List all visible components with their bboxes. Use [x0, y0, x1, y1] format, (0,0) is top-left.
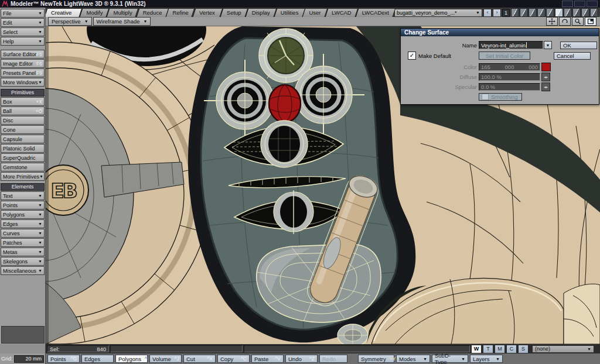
status-field-3 — [244, 345, 470, 352]
tab-lwcad[interactable]: LWCAD — [326, 8, 357, 17]
vmap-mode-texture[interactable]: T — [483, 345, 493, 353]
file-menu[interactable]: File▼ — [1, 9, 45, 18]
subd-type-dropdown[interactable]: SubD-Type▼ — [432, 355, 468, 363]
platonic-solid-button[interactable]: Platonic Solid — [1, 144, 45, 153]
maximize-view-icon[interactable] — [585, 17, 596, 26]
tab-multiply[interactable]: Multiply — [108, 8, 137, 17]
volume-mode-button[interactable]: Volume^J — [149, 355, 182, 363]
bugatti-eb-logo: EB — [50, 179, 76, 202]
elements-header: Elements — [1, 183, 45, 191]
surface-editor-button[interactable]: Surface EditorF5 — [1, 50, 45, 59]
patches-menu[interactable]: Patches▼ — [1, 238, 45, 247]
chevron-down-icon: ▼ — [38, 269, 42, 273]
ok-button[interactable]: OK — [560, 42, 597, 49]
paste-button[interactable]: Paste^V — [251, 355, 284, 363]
view-type-dropdown[interactable]: Perspective▼ — [48, 17, 92, 26]
tab-modify[interactable]: Modify — [81, 8, 108, 17]
maximize-button[interactable] — [574, 1, 585, 7]
cone-tool-button[interactable]: Cone — [1, 125, 45, 134]
layer-cell[interactable] — [511, 8, 519, 17]
points-menu[interactable]: Points▼ — [1, 201, 45, 210]
chevron-down-icon: ▼ — [38, 241, 42, 245]
miscellaneous-menu[interactable]: Miscellaneous▼ — [1, 266, 45, 275]
more-primitives-button[interactable]: More Primitives▼ — [1, 172, 45, 181]
cut-button[interactable]: Cut^X — [183, 355, 216, 363]
edges-mode-button[interactable]: Edges — [81, 355, 114, 363]
tab-vertex-maps[interactable]: Vertex Maps — [194, 8, 221, 17]
status-bar: Sel:840 W T M C S (none)▼ — [0, 344, 600, 353]
chevron-down-icon: ▼ — [587, 347, 591, 351]
tab-refine[interactable]: Refine — [167, 8, 193, 17]
symmetry-toggle[interactable]: Symmetry+Y — [358, 355, 394, 363]
title-bar: Modeler™ NewTek LightWave 3D ® 9.3.1 (Wi… — [0, 0, 600, 8]
help-menu[interactable]: Help▼ — [1, 37, 45, 46]
layers-dropdown[interactable]: Layers▼ — [470, 355, 503, 363]
layer-cell[interactable] — [581, 8, 589, 17]
next-object-button[interactable]: › — [493, 9, 501, 17]
metas-menu[interactable]: Metas▼ — [1, 248, 45, 256]
undo-button[interactable]: Undo^Z — [285, 355, 318, 363]
capsule-tool-button[interactable]: Capsule — [1, 135, 45, 143]
vmap-selector[interactable]: (none)▼ — [532, 345, 594, 353]
gemstone-button[interactable]: Gemstone — [1, 163, 45, 171]
skelegons-menu[interactable]: Skelegons▼ — [1, 257, 45, 266]
layer-cell[interactable] — [546, 8, 554, 17]
pan-view-icon[interactable] — [546, 17, 558, 26]
cancel-button[interactable]: Cancel — [554, 52, 591, 60]
polygons-mode-button[interactable]: Polygons^H — [115, 355, 148, 363]
tab-display[interactable]: Display — [247, 8, 275, 17]
select-menu[interactable]: Select▼ — [1, 28, 45, 36]
surface-name-input[interactable]: Veyron-int_alumin — [479, 41, 543, 49]
diffuse-stepper: ◂▸ — [541, 73, 550, 81]
more-windows-button[interactable]: More Windows▼ — [1, 78, 45, 87]
curves-menu[interactable]: Curves▼ — [1, 229, 45, 238]
color-swatch[interactable] — [541, 63, 551, 71]
box-tool-button[interactable]: Box+X — [1, 97, 45, 106]
ball-tool-button[interactable]: Ball+O — [1, 107, 45, 115]
polygons-menu[interactable]: Polygons▼ — [1, 210, 45, 219]
tab-lwcadext[interactable]: LWCADext — [357, 8, 394, 17]
tab-reduce[interactable]: Reduce — [138, 8, 168, 17]
close-button[interactable] — [587, 1, 598, 7]
layer-cell[interactable] — [520, 8, 528, 17]
zoom-view-icon[interactable] — [572, 17, 584, 26]
make-default-checkbox[interactable]: ✓ Make Default — [408, 51, 470, 60]
layer-cell[interactable] — [572, 8, 581, 17]
layer-cell[interactable] — [529, 8, 537, 17]
modeler-window: Modeler™ NewTek LightWave 3D ® 9.3.1 (Wi… — [0, 0, 600, 364]
points-mode-button[interactable]: Points^G — [47, 355, 80, 363]
render-mode-dropdown[interactable]: Wireframe Shade▼ — [93, 17, 151, 26]
tab-utilities[interactable]: Utilities — [275, 8, 304, 17]
superquadric-button[interactable]: SuperQuadric — [1, 153, 45, 162]
vmap-mode-selection[interactable]: S — [518, 345, 529, 353]
object-selector[interactable]: bugatti_veyron_demo_...*▼ — [394, 9, 482, 17]
edges-menu[interactable]: Edges▼ — [1, 219, 45, 228]
edit-menu[interactable]: Edit▼ — [1, 18, 45, 27]
layer-bank — [511, 8, 598, 17]
surface-name-dropdown[interactable]: ▼ — [544, 41, 552, 49]
copy-button[interactable]: Copy^C — [217, 355, 250, 363]
layer-cell[interactable] — [537, 8, 546, 17]
layer-cell[interactable] — [564, 8, 572, 17]
vmap-mode-morph[interactable]: M — [495, 345, 505, 353]
minimize-button[interactable] — [562, 1, 573, 7]
vmap-mode-color[interactable]: C — [506, 345, 517, 353]
presets-panel-button[interactable]: Presets PanelF9 — [1, 68, 45, 77]
modes-dropdown[interactable]: Modes▼ — [396, 355, 430, 363]
text-menu[interactable]: Text▼ — [1, 191, 45, 200]
chevron-down-icon: ▼ — [461, 357, 465, 361]
tab-creative-elements[interactable]: Creative Elements — [46, 8, 81, 17]
layer-cell[interactable] — [590, 8, 598, 17]
vmap-mode-weight[interactable]: W — [471, 345, 482, 353]
selection-count-field: Sel:840 — [47, 345, 109, 352]
disc-tool-button[interactable]: Disc — [1, 116, 45, 125]
layer-cell-selected[interactable] — [555, 8, 563, 17]
tab-setup[interactable]: Setup — [221, 8, 247, 17]
tab-user-tab[interactable]: User Tab — [304, 8, 326, 17]
color-values-field: 165000000 — [479, 63, 540, 71]
dialog-title[interactable]: Change Surface — [401, 29, 599, 36]
set-initial-color-button: Set Initial Color — [479, 51, 530, 60]
rotate-view-icon[interactable] — [559, 17, 571, 26]
image-editor-button[interactable]: Image EditorF6 — [1, 59, 45, 68]
prev-object-button[interactable]: ‹ — [483, 9, 492, 17]
